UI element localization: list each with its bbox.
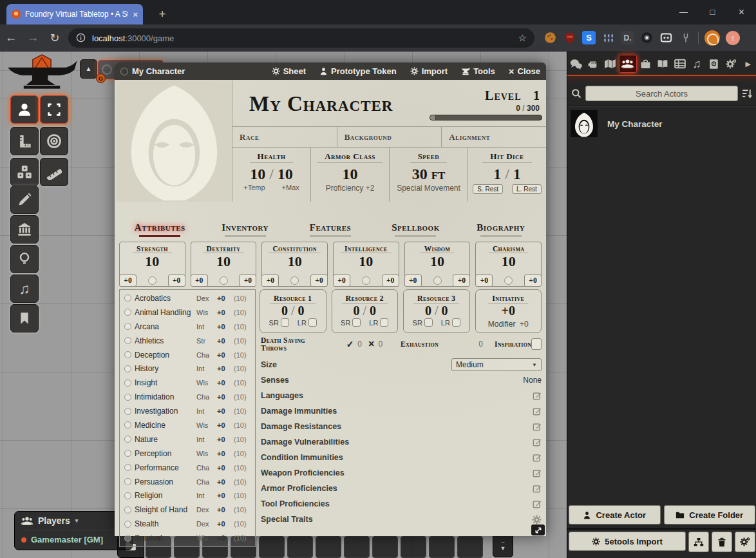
skill-modifier[interactable]: +0 <box>217 379 231 387</box>
skill-name[interactable]: Investigation <box>135 407 193 416</box>
sr-checkbox[interactable] <box>352 318 361 327</box>
tab-attributes[interactable]: Attributes <box>117 220 202 240</box>
measure-layer-button[interactable] <box>10 127 39 155</box>
skill-name[interactable]: Persuasion <box>135 477 193 486</box>
skill-modifier[interactable]: +0 <box>217 506 231 514</box>
macro-slot[interactable] <box>259 536 285 558</box>
macro-slot[interactable] <box>316 536 341 558</box>
lighting-tools-button[interactable] <box>10 245 39 273</box>
level-value[interactable]: 1 <box>533 88 540 102</box>
stylus-extension-icon[interactable]: S <box>582 31 596 44</box>
import-button[interactable]: Import <box>410 66 448 76</box>
tab-playlists[interactable]: ♫ <box>688 55 706 73</box>
skill-modifier[interactable]: +0 <box>217 351 231 359</box>
resource-value[interactable]: 0 <box>425 303 431 318</box>
window-resize-handle[interactable] <box>531 524 545 535</box>
prototype-token-button[interactable]: Prototype Token <box>319 66 397 76</box>
sort-icon[interactable] <box>742 88 753 99</box>
skill-proficiency-radio[interactable] <box>124 380 131 387</box>
skill-name[interactable]: Nature <box>135 435 193 444</box>
skill-proficiency-radio[interactable] <box>124 450 131 457</box>
skill-modifier[interactable]: +0 <box>217 323 231 331</box>
skill-modifier[interactable]: +0 <box>217 337 231 345</box>
edit-icon[interactable] <box>533 499 542 508</box>
skill-row[interactable]: Medicine Wis +0 (10) <box>122 418 252 432</box>
skill-row[interactable]: Sleight of Hand Dex +0 (10) <box>122 503 252 517</box>
resource-max[interactable]: 0 <box>298 303 305 318</box>
lens-extension-icon[interactable] <box>640 31 654 44</box>
armor-class-stat[interactable]: Armor Class 10 Proficiency +2 <box>311 148 390 202</box>
skill-row[interactable]: Insight Wis +0 (10) <box>122 376 252 390</box>
tab-features[interactable]: Features <box>288 220 373 240</box>
drawing-tools-button[interactable] <box>10 186 39 214</box>
lr-checkbox[interactable] <box>308 318 317 327</box>
fork-extension-icon[interactable] <box>679 31 692 44</box>
inspiration-checkbox[interactable] <box>531 338 542 350</box>
macro-slot[interactable] <box>457 536 483 558</box>
ability-name[interactable]: Strength <box>133 244 172 253</box>
ability-name[interactable]: Wisdom <box>421 244 454 253</box>
skill-name[interactable]: Survival <box>135 534 193 543</box>
notes-tools-button[interactable] <box>10 304 39 332</box>
tab-actors[interactable] <box>619 55 638 73</box>
resource-max[interactable]: 0 <box>442 303 448 318</box>
health-stat[interactable]: Health 10/10 +Temp+Max <box>232 148 311 202</box>
skill-name[interactable]: Arcana <box>135 322 193 331</box>
cookie-extension-icon[interactable] <box>543 31 557 44</box>
ability-block[interactable]: Intelligence 10 +0 +0 <box>333 242 399 287</box>
skill-row[interactable]: Athletics Str +0 (10) <box>122 334 252 348</box>
death-failure-count[interactable]: 0 <box>378 340 383 349</box>
skill-name[interactable]: Intimidation <box>135 392 193 401</box>
resource-block[interactable]: Resource 2 0/0 SR LR <box>332 289 399 333</box>
tab-journal[interactable] <box>654 55 672 73</box>
resource-max[interactable]: 0 <box>370 303 376 318</box>
ability-name[interactable]: Dexterity <box>203 244 245 253</box>
ability-check-mod[interactable]: +0 <box>310 274 328 287</box>
ability-save-mod[interactable]: +0 <box>261 274 279 287</box>
tab-combat[interactable] <box>585 55 602 73</box>
shield-extension-icon[interactable] <box>563 31 576 44</box>
tab-scenes[interactable] <box>601 55 619 73</box>
tab-tables[interactable] <box>671 55 688 73</box>
close-button[interactable]: × Close <box>509 66 540 77</box>
skill-row[interactable]: Stealth Dex +0 (10) <box>122 517 252 531</box>
actor-name[interactable]: My Character <box>607 119 663 129</box>
ability-proficiency-radio[interactable] <box>433 276 442 285</box>
bookmark-star-icon[interactable]: ☆ <box>518 32 527 44</box>
skill-modifier[interactable]: +0 <box>217 464 231 472</box>
skill-row[interactable]: Deception Cha +0 (10) <box>122 348 252 362</box>
death-failure-icon[interactable]: × <box>368 338 374 350</box>
skill-row[interactable]: Intimidation Cha +0 (10) <box>122 390 252 404</box>
ability-name[interactable]: Charisma <box>489 244 528 253</box>
collapse-nav-button[interactable]: ▲ <box>80 59 97 79</box>
skill-name[interactable]: Performance <box>135 463 193 472</box>
resource-name[interactable]: Resource 1 <box>270 294 316 304</box>
ability-name[interactable]: Intelligence <box>341 244 392 253</box>
skill-modifier[interactable]: +0 <box>217 534 231 542</box>
skill-name[interactable]: Animal Handling <box>135 308 193 317</box>
update-arrow-icon[interactable]: ↑ <box>726 31 740 45</box>
ability-check-mod[interactable]: +0 <box>168 274 185 287</box>
ability-save-mod[interactable]: +0 <box>475 274 493 287</box>
size-select[interactable]: Medium ▼ <box>451 358 542 371</box>
lr-checkbox[interactable] <box>380 318 388 327</box>
initiative-block[interactable]: Initiative +0 Modifier +0 <box>475 289 542 333</box>
tab-compendium[interactable] <box>705 55 723 73</box>
skill-modifier[interactable]: +0 <box>217 492 231 499</box>
skill-row[interactable]: Arcana Int +0 (10) <box>122 320 252 334</box>
walls-tools-button[interactable] <box>10 215 39 244</box>
hp-temp-label[interactable]: +Temp <box>243 184 265 191</box>
skill-name[interactable]: Religion <box>135 491 193 500</box>
ability-save-mod[interactable]: +0 <box>404 274 422 287</box>
tab-close-icon[interactable]: × <box>133 10 138 19</box>
folder-tree-button[interactable] <box>688 532 709 552</box>
window-titlebar[interactable]: My Character Sheet Prototype Token Impor… <box>115 63 546 80</box>
resource-name[interactable]: Resource 3 <box>413 294 459 304</box>
special-movement-label[interactable]: Special Movement <box>397 184 460 193</box>
container-extension-icon[interactable] <box>659 31 673 44</box>
death-success-count[interactable]: 0 <box>357 340 362 349</box>
tools-button[interactable]: Tools <box>461 66 495 76</box>
skill-modifier[interactable]: +0 <box>217 407 231 415</box>
skill-proficiency-radio[interactable] <box>124 506 131 514</box>
skill-modifier[interactable]: +0 <box>217 520 231 528</box>
